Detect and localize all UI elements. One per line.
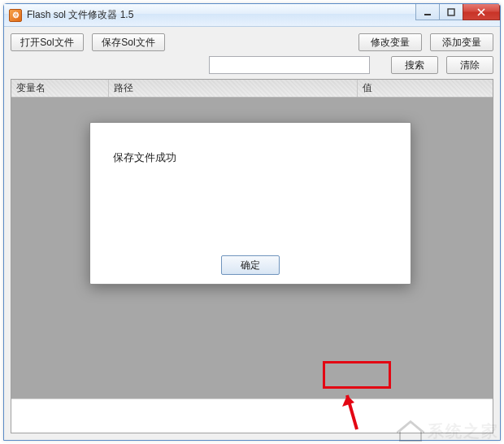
dialog-message: 保存文件成功 — [90, 123, 411, 246]
modal-layer: 保存文件成功 确定 — [0, 0, 504, 444]
save-success-dialog: 保存文件成功 确定 — [89, 122, 411, 285]
ok-button[interactable]: 确定 — [221, 255, 280, 275]
